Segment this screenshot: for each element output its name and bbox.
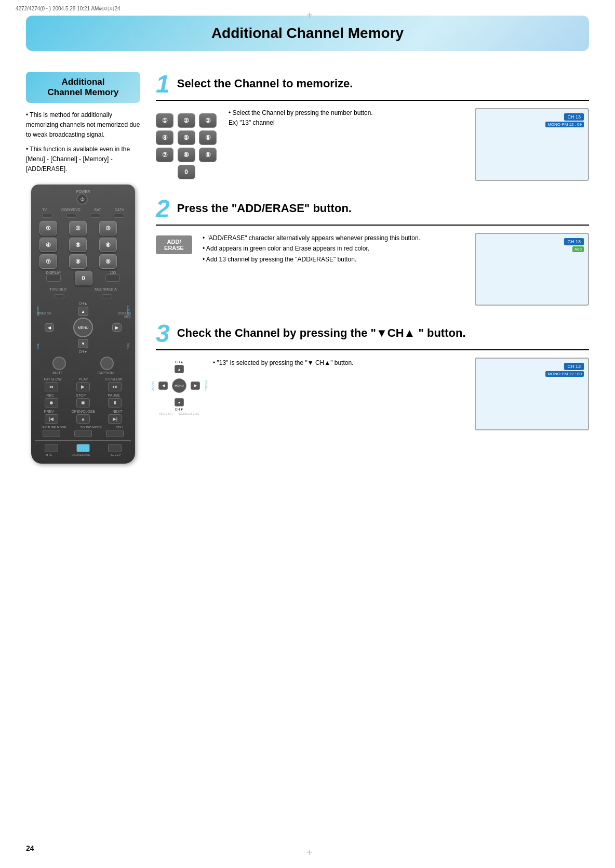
remote-control: POWER ⏻ TV VIDEO/DVD SAT CATV ① ② ③ ④ [31,185,135,464]
step-3-title: Check the Channel by pressing the "▼CH▲ … [177,321,466,340]
num-3[interactable]: ③ [99,221,117,235]
sat-label: SAT [94,208,101,212]
step1-num-6[interactable]: ⑥ [199,130,217,145]
catv-button[interactable] [114,214,124,218]
step1-zero-row: 0 [156,165,218,179]
vdvd-label: VIDEO/DVD [60,208,81,212]
step1-num-3[interactable]: ③ [199,113,217,128]
tvvideo-button[interactable] [54,294,64,298]
step3-screen: CH 13 MONO PM 12 : 00 [475,358,589,430]
remote-dpad-area: ZOOM- VOL ZOOM+ VOL CH▲ ▲ MENU ▼ CH▼ ◀ ▶… [35,301,131,353]
sidebar-bullet-1: • This is method for additionally memori… [26,110,140,140]
mte-label: MTE [46,453,52,456]
tv-multimedia-row: TV/VIDEO MULTIMEDIA [35,287,131,291]
step1-num-7[interactable]: ⑦ [156,148,173,162]
num-0[interactable]: 0 [75,271,92,285]
tv-screen-1-info: MONO PM 12 : 09 [545,122,584,127]
mini-right-button[interactable]: ▶ [191,382,200,390]
mini-extra-labels: PREV CH SCREEN SIZE [156,412,203,415]
transport-buttons-1: ⏮ ▶ ⏭ [35,382,131,391]
step1-num-1[interactable]: ① [156,113,173,128]
num-5[interactable]: ⑤ [69,238,87,252]
tv-screen-2-ch: CH 13 [564,238,584,245]
mte-button[interactable] [45,444,58,452]
menu-button[interactable]: MENU [73,318,93,337]
ch-up-button[interactable]: ▲ [78,307,88,316]
picture-mode-button[interactable] [43,430,60,437]
openclose-label: OPEN/CLOSE [71,410,95,413]
add-erase-display-btn[interactable]: ADD/ ERASE [156,235,192,254]
mute-caption-buttons [35,357,131,370]
sleep-button[interactable] [108,444,122,452]
tv-screen-1-ch: CH 13 [564,113,584,121]
mute-label: MUTE [52,371,63,375]
num-9[interactable]: ⑨ [99,254,117,269]
mini-left-button[interactable]: ◀ [158,382,168,390]
mini-prev-ch-label: PREV CH [159,412,173,415]
step-1-header: 1 Select the Channel to memorize. [156,72,589,101]
fr-slow-button[interactable]: ⏮ [45,382,58,391]
step1-num-9[interactable]: ⑨ [199,148,217,162]
still-button[interactable] [106,430,124,437]
step1-bullet-2: Ex) "13" channel [229,118,464,128]
step1-num-5[interactable]: ⑤ [178,130,195,145]
source-buttons [35,214,131,218]
num-7[interactable]: ⑦ [39,254,57,269]
nav-buttons: |◀ ▲ ▶| [35,414,131,424]
display-row: DISPLAY 0 100 [35,271,131,285]
mute-button[interactable] [52,357,66,370]
mini-down-button[interactable]: ▼ [175,398,184,406]
display-button[interactable] [46,274,61,282]
add-erase-area: ADD/ ERASE [156,233,192,254]
mini-dpad: ▲ MENU ▼ ◀ ▶ ZOOM- ZOOM+ [158,365,200,406]
num-4[interactable]: ④ [39,238,57,252]
ch-up-label: CH▲ [78,301,87,305]
ch-down-label: CH▼ [78,350,87,353]
bottom-labels: MTE ADD/ERASE SLEEP [35,453,131,456]
rec-label: REC [46,393,54,397]
next-button[interactable]: ▶| [108,414,122,424]
ch-down-button[interactable]: ▼ [78,339,88,348]
multimedia-button[interactable] [102,294,112,298]
mini-up-button[interactable]: ▲ [175,365,184,373]
sound-mode-button[interactable] [74,430,92,437]
power-label: POWER ⏻ [76,190,90,205]
num-1[interactable]: ① [39,221,57,235]
add-erase-button[interactable] [76,444,90,452]
caption-label: CAPTION [98,371,114,375]
tv-label: TV [42,208,47,212]
hundred-button[interactable] [105,274,120,282]
tv-screen-1: CH 13 MONO PM 12 : 09 [475,108,589,181]
sidebar: Additional Channel Memory • This is meth… [26,72,140,464]
tv-button[interactable] [42,214,52,218]
play-button[interactable]: ▶ [76,382,90,391]
open-close-button[interactable]: ▲ [76,414,90,424]
step1-num-4[interactable]: ④ [156,130,173,145]
pause-button[interactable]: ⏸ [108,398,122,407]
power-button[interactable]: ⏻ [76,193,88,205]
vol-right-label: VOL [127,343,130,349]
pause-label: PAUSE [108,393,120,397]
tv-screen-2-info: Add [572,246,584,252]
left-button[interactable]: ◀ [45,323,54,332]
prev-ch-label: PREV CH [37,312,51,315]
right-button[interactable]: ▶ [112,323,122,332]
step1-num-0[interactable]: 0 [178,165,195,179]
prev-button[interactable]: |◀ [45,414,58,424]
mini-ch-down-label: CH▼ [156,407,203,411]
num-6[interactable]: ⑥ [99,238,117,252]
sat-button[interactable] [90,214,100,218]
ff-slow-button[interactable]: ⏭ [108,382,122,391]
vdvd-button[interactable] [66,214,76,218]
num-2[interactable]: ② [69,221,87,235]
stop-button[interactable]: ⏹ [76,398,90,407]
mini-menu-button[interactable]: MENU [172,378,186,393]
num-8[interactable]: ⑧ [69,254,87,269]
main-layout: Additional Channel Memory • This is meth… [26,72,589,464]
sound-mode-label: SOUND MODE [80,426,101,429]
page-number: 24 [26,844,34,852]
step1-num-2[interactable]: ② [178,113,195,128]
caption-button[interactable] [100,357,114,370]
step1-num-8[interactable]: ⑧ [178,148,195,162]
rec-button[interactable]: ⏺ [45,398,58,407]
